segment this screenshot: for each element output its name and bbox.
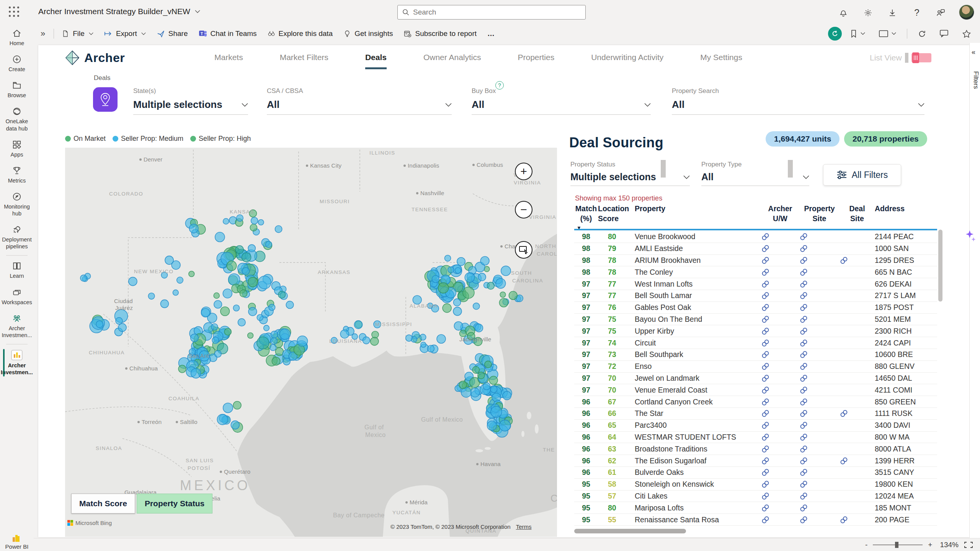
archer-uw-link[interactable] bbox=[761, 280, 799, 289]
sidebar-item-learn[interactable]: Learn bbox=[0, 257, 34, 283]
column-header-property[interactable]: Property bbox=[635, 204, 761, 228]
property-site-link[interactable] bbox=[799, 339, 840, 347]
table-row[interactable]: 9773Bell Southpark10600 BRE bbox=[574, 349, 937, 361]
slicer-dropdown[interactable]: Multiple selections bbox=[570, 171, 690, 183]
settings-gear-icon[interactable] bbox=[861, 6, 874, 19]
filter-dropdown[interactable]: All bbox=[267, 99, 452, 111]
refresh-icon[interactable] bbox=[913, 27, 931, 41]
app-launcher-icon[interactable] bbox=[8, 6, 21, 18]
property-site-link[interactable] bbox=[799, 268, 840, 277]
property-site-link[interactable] bbox=[799, 232, 840, 241]
table-vertical-scrollbar[interactable] bbox=[938, 230, 942, 528]
property-site-link[interactable] bbox=[799, 480, 840, 489]
archer-uw-link[interactable] bbox=[761, 268, 799, 277]
deal-site-link[interactable] bbox=[840, 256, 875, 265]
toolbar-share[interactable]: Share bbox=[151, 27, 193, 41]
map-zoom-out-button[interactable]: − bbox=[515, 201, 532, 218]
favorite-star-icon[interactable] bbox=[957, 27, 976, 41]
property-site-link[interactable] bbox=[799, 291, 840, 300]
help-icon[interactable]: ? bbox=[910, 6, 923, 19]
table-row[interactable]: 9770Venue Emerald Coast4211 COMI bbox=[574, 384, 937, 396]
tab-markets[interactable]: Markets bbox=[214, 53, 243, 69]
property-site-link[interactable] bbox=[799, 315, 840, 324]
archer-uw-link[interactable] bbox=[761, 527, 799, 527]
property-site-link[interactable] bbox=[799, 433, 840, 442]
sidebar-item-deployment-pipelines[interactable]: Deployment pipelines bbox=[0, 221, 34, 254]
tab-my-settings[interactable]: My Settings bbox=[700, 53, 742, 69]
copilot-sparkle-icon[interactable] bbox=[965, 230, 976, 243]
search-input[interactable] bbox=[413, 8, 581, 16]
archer-uw-link[interactable] bbox=[761, 468, 799, 477]
tab-owner-analytics[interactable]: Owner Analytics bbox=[423, 53, 481, 69]
table-row[interactable]: 9879AMLI Eastside1000 SAN bbox=[574, 243, 937, 255]
sidebar-item-home[interactable]: Home bbox=[0, 24, 34, 51]
property-site-link[interactable] bbox=[799, 409, 840, 418]
property-site-link[interactable] bbox=[799, 256, 840, 265]
map-button-match-score[interactable]: Match Score bbox=[71, 494, 135, 514]
toolbar-export[interactable]: Export bbox=[99, 27, 151, 41]
tab-underwriting-activity[interactable]: Underwriting Activity bbox=[591, 53, 663, 69]
fit-to-page-icon[interactable] bbox=[964, 541, 973, 548]
table-row[interactable]: 9663Broadstone Traditions8000 ATLA bbox=[574, 443, 937, 455]
archer-uw-link[interactable] bbox=[761, 421, 799, 430]
notifications-icon[interactable] bbox=[837, 6, 850, 19]
sidebar-item-metrics[interactable]: Metrics bbox=[0, 162, 34, 188]
table-row[interactable]: 9878The Conley665 N BAC bbox=[574, 266, 937, 278]
column-header-location-score[interactable]: LocationScore bbox=[598, 204, 635, 228]
property-site-link[interactable] bbox=[799, 421, 840, 430]
archer-uw-link[interactable] bbox=[761, 315, 799, 324]
table-row[interactable]: 9557Citi Lakes12024 MEA bbox=[574, 491, 937, 502]
feedback-icon[interactable] bbox=[934, 6, 947, 19]
zoom-out-control[interactable]: - bbox=[865, 541, 867, 549]
reset-default-view-button[interactable] bbox=[828, 27, 842, 41]
toolbar-file[interactable]: File bbox=[56, 27, 99, 41]
table-row[interactable]: 9667Cortland Canyon Creek850 GREEN bbox=[574, 396, 937, 408]
table-row[interactable]: 9580Mariposa Lofts185 MONT bbox=[574, 502, 937, 514]
property-site-link[interactable] bbox=[799, 374, 840, 383]
all-filters-button[interactable]: All Filters bbox=[823, 164, 901, 186]
expand-pane-icon[interactable]: » bbox=[34, 29, 51, 39]
column-header-match-[interactable]: Match(%) bbox=[574, 204, 598, 228]
table-row[interactable]: 9770Jewel on Landmark14650 DAL bbox=[574, 373, 937, 385]
buy-box-help-icon[interactable]: ? bbox=[495, 81, 504, 90]
toolbar-subscribe-to-report[interactable]: Subscribe to report bbox=[398, 27, 482, 41]
table-row[interactable]: 9772Enso880 GLENV bbox=[574, 361, 937, 373]
table-row[interactable]: 9878ARIUM Brookhaven1295 DRES bbox=[574, 255, 937, 267]
toolbar-chat-in-teams[interactable]: TChat in Teams bbox=[193, 27, 262, 41]
archer-uw-link[interactable] bbox=[761, 362, 799, 371]
table-row[interactable]: 9775Upper Kirby2300 RICH bbox=[574, 325, 937, 337]
archer-uw-link[interactable] bbox=[761, 398, 799, 406]
sidebar-item-monitoring-hub[interactable]: Monitoring hub bbox=[0, 188, 34, 221]
archer-uw-link[interactable] bbox=[761, 374, 799, 383]
view-mode-button[interactable] bbox=[874, 27, 902, 41]
filter-dropdown[interactable]: All bbox=[472, 99, 651, 111]
tab-deals[interactable]: Deals bbox=[365, 53, 387, 69]
sidebar-item-apps[interactable]: Apps bbox=[0, 136, 34, 162]
archer-uw-link[interactable] bbox=[761, 433, 799, 442]
slicer-dropdown[interactable]: All bbox=[701, 171, 809, 183]
table-row[interactable]: 9555Aria Bradenton103 MANA bbox=[574, 526, 937, 527]
archer-uw-link[interactable] bbox=[761, 456, 799, 465]
property-site-link[interactable] bbox=[799, 504, 840, 512]
property-site-link[interactable] bbox=[799, 244, 840, 253]
archer-uw-link[interactable] bbox=[761, 327, 799, 336]
map-button-property-status[interactable]: Property Status bbox=[137, 494, 212, 514]
archer-uw-link[interactable] bbox=[761, 256, 799, 265]
property-site-link[interactable] bbox=[799, 527, 840, 527]
zoom-in-control[interactable]: + bbox=[928, 541, 932, 549]
download-icon[interactable] bbox=[886, 6, 899, 19]
archer-uw-link[interactable] bbox=[761, 504, 799, 512]
archer-uw-link[interactable] bbox=[761, 339, 799, 347]
property-site-link[interactable] bbox=[799, 362, 840, 371]
toolbar-explore-this-data[interactable]: Explore this data bbox=[262, 27, 338, 41]
column-header-archer-u/w[interactable]: ArcherU/W bbox=[761, 204, 799, 228]
archer-uw-link[interactable] bbox=[761, 386, 799, 395]
table-row[interactable]: 9558Stoneleigh on Kenswick19800 KEN bbox=[574, 479, 937, 491]
archer-uw-link[interactable] bbox=[761, 232, 799, 241]
property-site-link[interactable] bbox=[799, 456, 840, 465]
table-row[interactable]: 9774Circuit2424 CAPI bbox=[574, 337, 937, 349]
tab-market-filters[interactable]: Market Filters bbox=[280, 53, 328, 69]
property-site-link[interactable] bbox=[799, 398, 840, 406]
filter-dropdown[interactable]: Multiple selections bbox=[133, 99, 248, 111]
property-site-link[interactable] bbox=[799, 468, 840, 477]
